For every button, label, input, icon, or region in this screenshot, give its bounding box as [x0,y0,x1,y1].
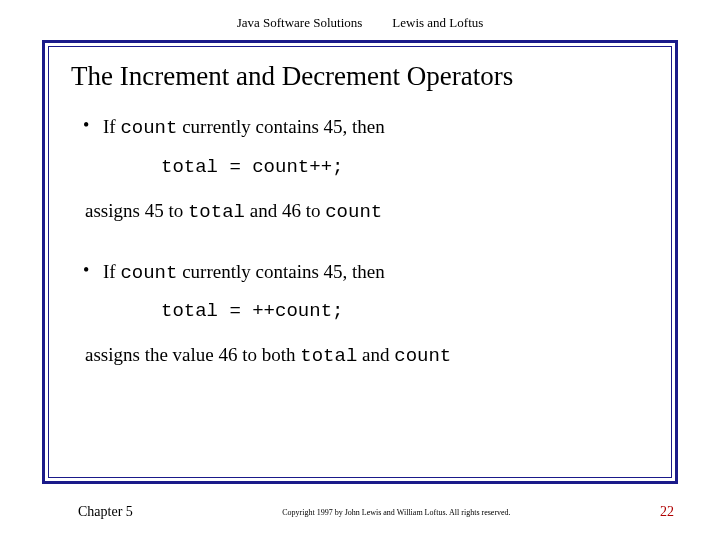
slide: Java Software Solutions Lewis and Loftus… [0,0,720,540]
bullet-item-2: If count currently contains 45, then tot… [103,259,649,337]
slide-header: Java Software Solutions Lewis and Loftus [0,0,720,36]
copyright-text: Copyright 1997 by John Lewis and William… [133,508,660,517]
bullet-list-2: If count currently contains 45, then tot… [71,259,649,337]
ex2-post: currently contains 45, then [177,261,384,282]
slide-footer: Chapter 5 Copyright 1997 by John Lewis a… [0,498,720,526]
ex2-pre: If [103,261,120,282]
ex2-expression: total = ++count; [103,286,649,336]
ex2-r1var: total [300,345,357,367]
ex1-var: count [120,117,177,139]
page-number: 22 [660,504,674,520]
authors: Lewis and Loftus [392,15,483,31]
ex1-post: currently contains 45, then [177,116,384,137]
slide-title: The Increment and Decrement Operators [71,61,649,92]
ex1-r1var: total [188,201,245,223]
frame-inner: The Increment and Decrement Operators If… [48,46,672,478]
ex1-text: If count currently contains 45, then [103,116,385,137]
ex1-r2: and 46 to [245,200,325,221]
ex1-expression: total = count++; [103,142,649,192]
frame-outer: The Increment and Decrement Operators If… [42,40,678,484]
ex2-r2var: count [394,345,451,367]
ex1-r2var: count [325,201,382,223]
ex1-r1: assigns 45 to [85,200,188,221]
book-title: Java Software Solutions [237,15,369,31]
ex2-r1: assigns the value 46 to both [85,344,300,365]
bullet-list: If count currently contains 45, then tot… [71,114,649,192]
chapter-label: Chapter 5 [78,504,133,520]
ex2-r2: and [357,344,394,365]
ex1-result: assigns 45 to total and 46 to count [71,200,649,223]
ex2-text: If count currently contains 45, then [103,261,385,282]
ex1-pre: If [103,116,120,137]
bullet-item-1: If count currently contains 45, then tot… [103,114,649,192]
ex2-var: count [120,262,177,284]
ex2-result: assigns the value 46 to both total and c… [71,344,649,367]
